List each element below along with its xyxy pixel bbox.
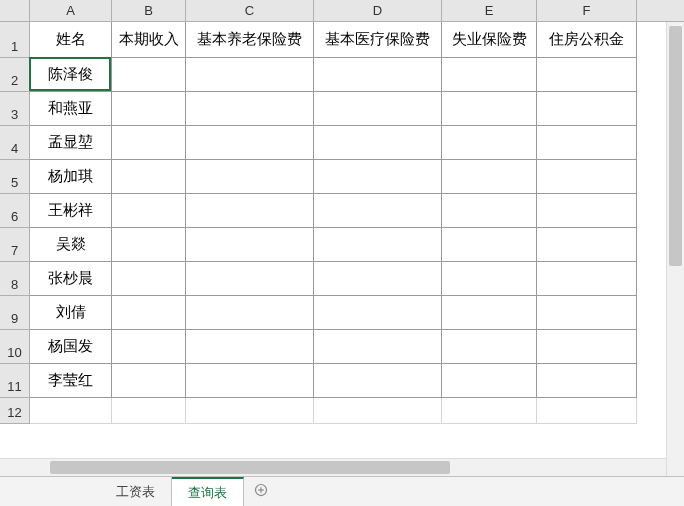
cell-C11[interactable] (186, 364, 314, 398)
sheet-tab-salary[interactable]: 工资表 (100, 477, 172, 506)
cell-D12[interactable] (314, 398, 442, 424)
cell-B7[interactable] (112, 228, 186, 262)
cell-B10[interactable] (112, 330, 186, 364)
column-header-row: A B C D E F (0, 0, 684, 22)
cell-F10[interactable] (537, 330, 637, 364)
cell-A2[interactable]: 陈泽俊 (30, 58, 112, 92)
cell-E7[interactable] (442, 228, 537, 262)
row-header-2[interactable]: 2 (0, 58, 30, 92)
col-header-C[interactable]: C (186, 0, 314, 21)
cell-C2[interactable] (186, 58, 314, 92)
cell-A9[interactable]: 刘倩 (30, 296, 112, 330)
cell-E11[interactable] (442, 364, 537, 398)
cell-A11[interactable]: 李莹红 (30, 364, 112, 398)
cell-A1[interactable]: 姓名 (30, 22, 112, 58)
cell-E12[interactable] (442, 398, 537, 424)
cell-D2[interactable] (314, 58, 442, 92)
cell-F1[interactable]: 住房公积金 (537, 22, 637, 58)
row-header-1[interactable]: 1 (0, 22, 30, 58)
row-header-8[interactable]: 8 (0, 262, 30, 296)
cell-C1[interactable]: 基本养老保险费 (186, 22, 314, 58)
row-header-3[interactable]: 3 (0, 92, 30, 126)
cell-C10[interactable] (186, 330, 314, 364)
cell-A5[interactable]: 杨加琪 (30, 160, 112, 194)
cell-A4[interactable]: 孟显堃 (30, 126, 112, 160)
col-header-A[interactable]: A (30, 0, 112, 21)
row-header-6[interactable]: 6 (0, 194, 30, 228)
select-all-corner[interactable] (0, 0, 30, 21)
row-header-7[interactable]: 7 (0, 228, 30, 262)
vertical-scrollbar[interactable] (666, 22, 684, 476)
cell-D11[interactable] (314, 364, 442, 398)
cell-C7[interactable] (186, 228, 314, 262)
cell-E10[interactable] (442, 330, 537, 364)
cell-B1[interactable]: 本期收入 (112, 22, 186, 58)
cell-D6[interactable] (314, 194, 442, 228)
cell-E2[interactable] (442, 58, 537, 92)
cell-F8[interactable] (537, 262, 637, 296)
cell-B11[interactable] (112, 364, 186, 398)
col-header-B[interactable]: B (112, 0, 186, 21)
cell-C9[interactable] (186, 296, 314, 330)
cell-D9[interactable] (314, 296, 442, 330)
cell-F7[interactable] (537, 228, 637, 262)
col-header-D[interactable]: D (314, 0, 442, 21)
cell-B8[interactable] (112, 262, 186, 296)
cell-F5[interactable] (537, 160, 637, 194)
horizontal-scroll-thumb[interactable] (50, 461, 450, 474)
row-header-10[interactable]: 10 (0, 330, 30, 364)
cell-B5[interactable] (112, 160, 186, 194)
cell-C8[interactable] (186, 262, 314, 296)
cell-D10[interactable] (314, 330, 442, 364)
cell-B3[interactable] (112, 92, 186, 126)
cell-C5[interactable] (186, 160, 314, 194)
cell-A8[interactable]: 张杪晨 (30, 262, 112, 296)
sheet-tab-query[interactable]: 查询表 (172, 477, 244, 506)
cell-E3[interactable] (442, 92, 537, 126)
row-header-4[interactable]: 4 (0, 126, 30, 160)
cell-C6[interactable] (186, 194, 314, 228)
cell-F12[interactable] (537, 398, 637, 424)
add-sheet-button[interactable] (244, 477, 278, 506)
cell-E8[interactable] (442, 262, 537, 296)
col-header-F[interactable]: F (537, 0, 637, 21)
cell-E4[interactable] (442, 126, 537, 160)
cell-A10[interactable]: 杨国发 (30, 330, 112, 364)
cell-B9[interactable] (112, 296, 186, 330)
plus-circle-icon (254, 483, 268, 500)
cell-E1[interactable]: 失业保险费 (442, 22, 537, 58)
cell-A12[interactable] (30, 398, 112, 424)
cell-F11[interactable] (537, 364, 637, 398)
row-header-12[interactable]: 12 (0, 398, 30, 424)
cell-C3[interactable] (186, 92, 314, 126)
cell-D1[interactable]: 基本医疗保险费 (314, 22, 442, 58)
cell-B4[interactable] (112, 126, 186, 160)
cell-E6[interactable] (442, 194, 537, 228)
horizontal-scrollbar[interactable] (0, 458, 666, 476)
cell-D3[interactable] (314, 92, 442, 126)
cell-E9[interactable] (442, 296, 537, 330)
row-header-5[interactable]: 5 (0, 160, 30, 194)
cell-C12[interactable] (186, 398, 314, 424)
cell-F2[interactable] (537, 58, 637, 92)
cell-F4[interactable] (537, 126, 637, 160)
cell-F9[interactable] (537, 296, 637, 330)
cell-D4[interactable] (314, 126, 442, 160)
cell-A6[interactable]: 王彬祥 (30, 194, 112, 228)
cell-C4[interactable] (186, 126, 314, 160)
vertical-scroll-thumb[interactable] (669, 26, 682, 266)
cell-B6[interactable] (112, 194, 186, 228)
cell-F3[interactable] (537, 92, 637, 126)
cell-D8[interactable] (314, 262, 442, 296)
cell-D7[interactable] (314, 228, 442, 262)
cell-E5[interactable] (442, 160, 537, 194)
cell-B2[interactable] (112, 58, 186, 92)
row-header-9[interactable]: 9 (0, 296, 30, 330)
cell-A3[interactable]: 和燕亚 (30, 92, 112, 126)
cell-A7[interactable]: 吴燚 (30, 228, 112, 262)
col-header-E[interactable]: E (442, 0, 537, 21)
cell-D5[interactable] (314, 160, 442, 194)
cell-F6[interactable] (537, 194, 637, 228)
cell-B12[interactable] (112, 398, 186, 424)
row-header-11[interactable]: 11 (0, 364, 30, 398)
